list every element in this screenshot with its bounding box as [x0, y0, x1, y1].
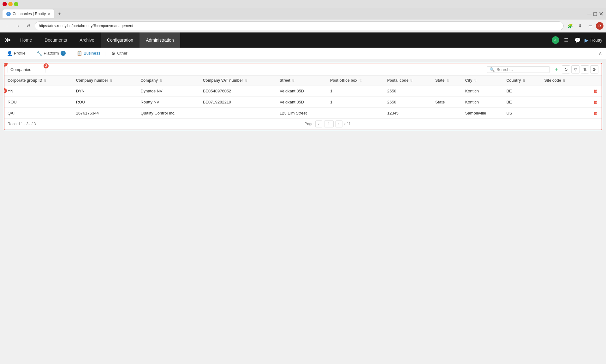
col-company-number-label: Company number — [76, 78, 108, 83]
window-minimize-btn[interactable]: ─ — [587, 11, 591, 17]
chat-button[interactable]: 💬 — [573, 36, 582, 44]
panel-title-input[interactable] — [8, 66, 45, 73]
col-city[interactable]: City ⇅ — [462, 76, 503, 85]
sub-nav-platform[interactable]: 🔧 Platform 1 — [33, 49, 68, 58]
sort-button[interactable]: ⇅ — [581, 65, 589, 73]
browser-actions: 🧩 ⬇ ▭ R — [566, 21, 603, 30]
sub-nav-business[interactable]: 📋 Business — [74, 49, 104, 58]
nav-administration[interactable]: Administration — [140, 32, 180, 48]
col-company-number[interactable]: Company number ⇅ — [73, 76, 138, 85]
tab-close-button[interactable]: ✕ — [48, 12, 50, 16]
delete-row-2-button[interactable]: 🗑 — [592, 99, 599, 105]
col-country-label: Country — [506, 78, 521, 83]
window-minimize[interactable] — [8, 2, 13, 6]
new-tab-button[interactable]: + — [56, 10, 63, 18]
nav-home[interactable]: Home — [14, 32, 38, 48]
pagination-controls: Page ‹ 1 › of 1 — [76, 120, 579, 127]
search-input[interactable] — [496, 67, 541, 72]
app-header: ≫ Home Documents Archive Configuration A… — [0, 32, 606, 48]
val-corp-group-id-2: ROU — [8, 100, 17, 104]
nav-documents-label: Documents — [45, 38, 67, 43]
sort-company: ⇅ — [159, 79, 162, 82]
delete-row-3-button[interactable]: 🗑 — [592, 110, 599, 116]
cell-city-2: Kontich — [462, 97, 503, 108]
val-postal-code-3: 12345 — [387, 111, 399, 115]
prev-page-button[interactable]: ‹ — [315, 120, 322, 127]
nav-configuration[interactable]: Configuration — [101, 32, 140, 48]
filter-button[interactable]: ▽ — [571, 65, 579, 73]
status-indicator: ✓ — [552, 36, 559, 44]
nav-archive-label: Archive — [80, 38, 94, 43]
val-street-3: 123 Elm Street — [280, 111, 307, 115]
next-page-button[interactable]: › — [336, 120, 342, 127]
search-box: 🔍 — [487, 66, 550, 73]
add-button[interactable]: + — [552, 65, 561, 73]
nav-archive[interactable]: Archive — [73, 32, 101, 48]
col-postal-code[interactable]: Postal code ⇅ — [384, 76, 432, 85]
col-city-label: City — [465, 78, 472, 83]
sort-po-box: ⇅ — [359, 79, 362, 82]
window-close[interactable] — [3, 2, 7, 6]
val-company-3: Quality Control Inc. — [140, 111, 175, 115]
nav-administration-label: Administration — [146, 38, 174, 43]
window-restore-btn[interactable]: □ — [593, 11, 597, 17]
table-row: QAI 1676175344 Quality Control Inc. 123 … — [4, 108, 602, 119]
val-vat-2: BE0719282219 — [203, 100, 231, 104]
sort-company-number: ⇅ — [110, 79, 112, 82]
val-postal-code-1: 2550 — [387, 89, 396, 93]
settings-button[interactable]: ⚙ — [590, 65, 598, 73]
col-country[interactable]: Country ⇅ — [503, 76, 541, 85]
current-page: 1 — [324, 120, 334, 127]
address-bar[interactable]: https://dev.routty.be/portal/routty/#com… — [35, 21, 564, 30]
sub-nav-profile[interactable]: 👤 Profile — [4, 49, 29, 58]
forward-button[interactable]: → — [13, 21, 22, 30]
refresh-button[interactable]: ↺ — [24, 21, 33, 30]
sub-nav-other[interactable]: ⚙ Other — [108, 49, 131, 58]
profile-button[interactable]: R — [596, 22, 603, 30]
back-button[interactable]: ← — [3, 21, 11, 30]
val-city-3: Sampleville — [465, 111, 486, 115]
col-state-label: State — [435, 78, 444, 83]
browser-nav: ← → ↺ https://dev.routty.be/portal/routt… — [0, 20, 606, 32]
col-site-code[interactable]: Site code ⇅ — [541, 76, 582, 85]
list-view-button[interactable]: ☰ — [562, 36, 571, 44]
col-company[interactable]: Company ⇅ — [137, 76, 199, 85]
browser-chrome: R Companies | Routty ✕ + ─ □ ✕ ← → ↺ htt… — [0, 0, 606, 32]
separator-1: | — [31, 51, 32, 56]
col-vat[interactable]: Company VAT number ⇅ — [200, 76, 276, 85]
refresh-records-button[interactable]: ↻ — [562, 65, 570, 73]
extensions-button[interactable]: 🧩 — [566, 21, 574, 30]
user-menu-button[interactable]: ▶ Routty — [585, 37, 602, 43]
sort-site-code: ⇅ — [563, 79, 565, 82]
col-street[interactable]: Street ⇅ — [276, 76, 327, 85]
val-country-2: BE — [506, 100, 512, 104]
separator-3: | — [105, 51, 106, 56]
cell-country-3: US — [503, 108, 541, 119]
collapse-button[interactable]: ∧ — [598, 50, 602, 56]
platform-icon: 🔧 — [37, 51, 42, 56]
row-badge-3: 3 — [4, 88, 7, 93]
col-state[interactable]: State ⇅ — [432, 76, 462, 85]
other-icon: ⚙ — [111, 51, 116, 56]
window-maximize[interactable] — [14, 2, 18, 6]
download-button[interactable]: ⬇ — [576, 21, 585, 30]
col-corp-group-id-label: Corporate group ID — [8, 78, 42, 83]
nav-configuration-label: Configuration — [107, 38, 133, 43]
delete-row-1-button[interactable]: 🗑 — [592, 88, 599, 94]
cell-country-1: BE — [503, 85, 541, 97]
table-row: ROU ROU Routty NV BE0719282219 Veldkant … — [4, 97, 602, 108]
cell-country-2: BE — [503, 97, 541, 108]
cell-delete-1: 🗑 — [582, 85, 602, 97]
platform-badge: 1 — [61, 51, 66, 56]
nav-documents[interactable]: Documents — [38, 32, 73, 48]
cell-vat-2: BE0719282219 — [200, 97, 276, 108]
window-close-btn[interactable]: ✕ — [599, 10, 603, 17]
active-tab[interactable]: R Companies | Routty ✕ — [3, 9, 54, 18]
col-po-box[interactable]: Post office box ⇅ — [327, 76, 384, 85]
header-right: ✓ ☰ 💬 ▶ Routty — [548, 36, 606, 44]
sort-city: ⇅ — [474, 79, 477, 82]
sidebar-button[interactable]: ▭ — [586, 21, 595, 30]
cell-company-number-1: DYN — [73, 85, 138, 97]
app-logo[interactable]: ≫ — [3, 35, 13, 45]
col-corp-group-id[interactable]: Corporate group ID ⇅ — [4, 76, 73, 85]
